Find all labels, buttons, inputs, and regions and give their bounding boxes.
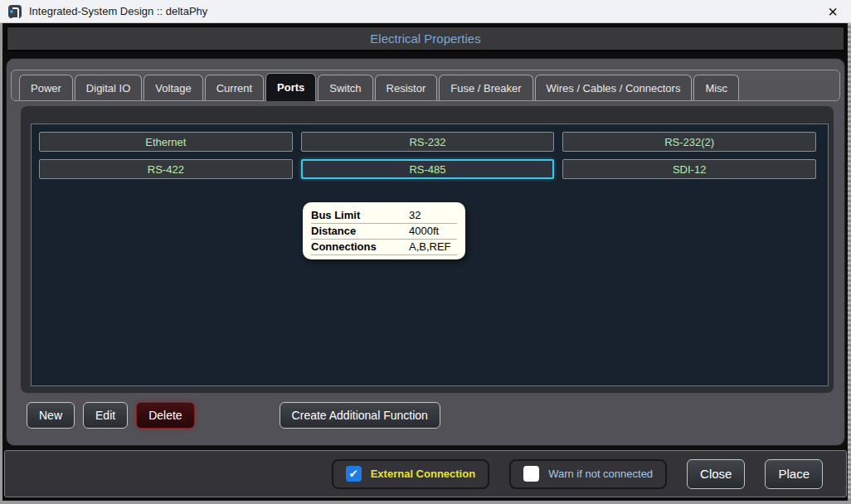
tooltip-row-value: A,B,REF <box>409 240 451 253</box>
tab[interactable]: Voltage <box>143 75 202 100</box>
app-icon <box>8 5 22 18</box>
tooltip-row: Distance 4000ft <box>311 224 457 240</box>
port-item-label: RS-232 <box>409 136 445 148</box>
tab-label: Resistor <box>387 82 426 94</box>
external-connection-checkbox[interactable] <box>346 466 362 482</box>
edit-button[interactable]: Edit <box>83 402 128 429</box>
port-item[interactable]: Ethernet <box>39 132 293 152</box>
place-button[interactable]: Place <box>765 459 823 489</box>
tab-content-panel: Ethernet RS-232 RS-232(2) RS-422 <box>21 106 834 393</box>
external-connection-group[interactable]: External Connection <box>332 459 489 489</box>
tab[interactable]: Wires / Cables / Connectors <box>535 75 693 100</box>
tab-label: Fuse / Breaker <box>450 82 521 94</box>
warn-if-not-connected-group[interactable]: Warn if not connected <box>509 459 667 489</box>
port-item-label: RS-485 <box>409 163 445 176</box>
tab-label: Switch <box>329 82 361 94</box>
port-info-tooltip: Bus Limit 32 Distance 4000ft Connections… <box>303 202 465 259</box>
create-additional-function-button[interactable]: Create Additional Function <box>280 402 440 429</box>
tooltip-row-label: Bus Limit <box>311 209 409 221</box>
new-button[interactable]: New <box>27 402 75 429</box>
tooltip-row-label: Distance <box>311 225 409 237</box>
port-item[interactable]: SDI-12 <box>562 159 816 179</box>
tooltip-row-value: 4000ft <box>409 225 439 237</box>
tooltip-row: Bus Limit 32 <box>311 208 457 224</box>
tab[interactable]: Misc <box>693 75 739 100</box>
window-edge-left[interactable] <box>0 23 2 504</box>
window-edge-bottom[interactable] <box>0 501 851 504</box>
warn-if-not-connected-label: Warn if not connected <box>548 468 653 480</box>
tab-label: Voltage <box>155 82 191 94</box>
tab[interactable]: Ports <box>265 73 316 101</box>
tab[interactable]: Current <box>205 75 264 100</box>
delete-button[interactable]: Delete <box>136 402 194 429</box>
port-item-label: SDI-12 <box>673 163 706 176</box>
close-icon[interactable]: × <box>823 3 843 20</box>
window-edge-right[interactable] <box>848 23 851 504</box>
port-item-label: RS-232(2) <box>664 136 714 148</box>
tab[interactable]: Power <box>19 75 73 100</box>
dialog-title: Electrical Properties <box>370 32 480 46</box>
app-window: Integrated-System Design :: deltaPhy × E… <box>0 0 851 504</box>
tooltip-row-label: Connections <box>311 240 409 253</box>
actions-row: New Edit Delete Create Additional Functi… <box>27 402 440 429</box>
tab[interactable]: Digital IO <box>75 75 142 100</box>
external-connection-label: External Connection <box>371 468 475 480</box>
footer-bar: External Connection Warn if not connecte… <box>4 450 847 497</box>
dialog-header: Electrical Properties <box>6 26 845 51</box>
tab[interactable]: Resistor <box>375 75 438 100</box>
tab-label: Ports <box>277 81 304 94</box>
titlebar[interactable]: Integrated-System Design :: deltaPhy × <box>0 0 851 23</box>
close-button[interactable]: Close <box>687 459 745 489</box>
ports-list-panel: Ethernet RS-232 RS-232(2) RS-422 <box>31 124 829 386</box>
ports-grid: Ethernet RS-232 RS-232(2) RS-422 <box>32 124 828 179</box>
tab-label: Current <box>216 82 252 94</box>
tooltip-row-value: 32 <box>409 209 421 221</box>
port-item[interactable]: RS-422 <box>39 159 293 179</box>
tab-label: Wires / Cables / Connectors <box>547 82 681 94</box>
tab-label: Power <box>31 82 61 94</box>
port-item[interactable]: RS-232(2) <box>562 132 816 152</box>
window-title: Integrated-System Design :: deltaPhy <box>29 5 207 17</box>
tab[interactable]: Fuse / Breaker <box>439 75 532 100</box>
tab-label: Misc <box>705 82 727 94</box>
port-item-label: Ethernet <box>145 136 186 148</box>
port-item-label: RS-422 <box>148 163 184 176</box>
port-item[interactable]: RS-232 <box>301 132 555 152</box>
tab-bar: Power Digital IO Voltage Current Ports <box>11 70 840 101</box>
warn-if-not-connected-checkbox[interactable] <box>523 466 539 482</box>
port-item[interactable]: RS-485 <box>301 159 555 179</box>
tooltip-row: Connections A,B,REF <box>311 240 457 255</box>
tab-label: Digital IO <box>86 82 130 94</box>
main-panel: Power Digital IO Voltage Current Ports <box>6 58 845 446</box>
tab[interactable]: Switch <box>318 75 372 100</box>
